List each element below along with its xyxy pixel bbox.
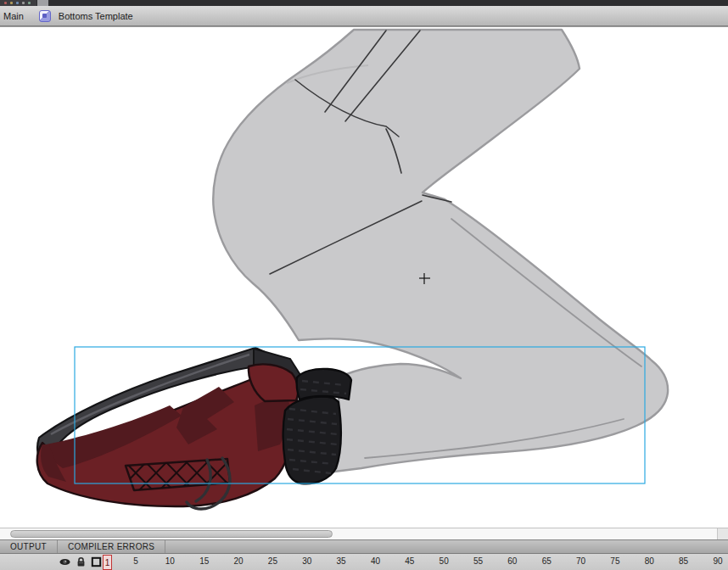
scrollbar-thumb[interactable]: [10, 530, 333, 538]
frame-tick-label: 10: [165, 556, 175, 566]
frame-tick-label: 90: [713, 556, 722, 566]
speck: [4, 2, 7, 4]
frame-tick-label: 75: [610, 556, 619, 566]
cuff-upper-band[interactable]: [297, 369, 351, 400]
bottom-panel-tabbar: OUTPUT COMPILER ERRORS: [0, 539, 728, 554]
stage-artwork: [0, 27, 728, 528]
window-title-sliver: [0, 0, 728, 6]
breadcrumb-scene-link[interactable]: Main: [0, 11, 27, 21]
scrollbar-corner: [717, 528, 728, 540]
frame-tick-label: 15: [199, 556, 209, 566]
stage-canvas[interactable]: [0, 26, 728, 528]
timeline-header: 1 51015202530354045505560657075808590: [0, 554, 728, 570]
frame-tick-label: 65: [542, 556, 552, 566]
movie-clip-icon: [39, 10, 51, 22]
tab-edge: [37, 0, 48, 6]
speck: [28, 2, 31, 4]
frame-tick-label: 70: [576, 556, 585, 566]
panel-tab-sliver: [0, 0, 36, 6]
frame-tick-label: 20: [233, 556, 243, 566]
frame-tick-label: 85: [679, 556, 688, 566]
edited-symbol-name: Bottoms Template: [55, 11, 137, 21]
frame-tick-label: 80: [645, 556, 654, 566]
tab-compiler-errors[interactable]: COMPILER ERRORS: [58, 540, 165, 553]
frame-tick-label: 45: [405, 556, 414, 566]
frame-tick-label: 60: [507, 556, 517, 566]
frame-tick-label: 25: [268, 556, 277, 566]
frame-tick-label: 40: [371, 556, 380, 566]
frame-tick-label: 55: [473, 556, 483, 566]
speck: [10, 2, 13, 4]
flash-editor-window: Main Bottoms Template: [0, 0, 728, 570]
edit-bar: Main Bottoms Template: [0, 6, 728, 26]
frame-tick-label: 5: [133, 556, 138, 566]
timeline-frame-ruler[interactable]: 51015202530354045505560657075808590: [0, 554, 728, 570]
horizontal-scrollbar: [0, 528, 728, 539]
speck: [22, 2, 25, 4]
frame-tick-label: 50: [440, 556, 449, 566]
frame-tick-label: 30: [302, 556, 311, 566]
tab-output[interactable]: OUTPUT: [0, 540, 58, 553]
frame-tick-label: 35: [337, 556, 346, 566]
speck: [16, 2, 19, 4]
